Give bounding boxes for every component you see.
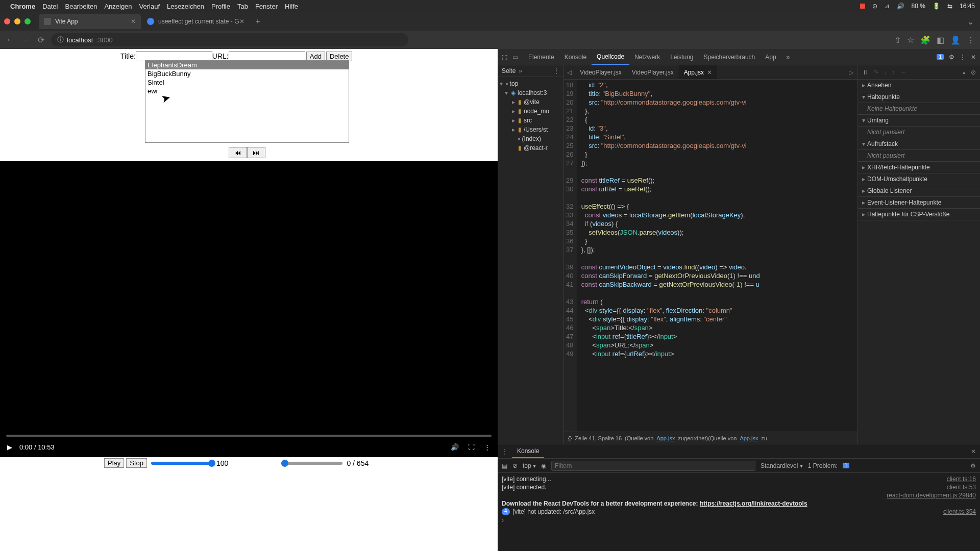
dt-tab-application[interactable]: App — [760, 49, 781, 65]
tab-google-search[interactable]: useeffect get current state - G ✕ — [142, 14, 250, 29]
devtools-close-icon[interactable]: ✕ — [971, 54, 976, 61]
context-selector[interactable]: top ▾ — [523, 462, 536, 469]
page-tab[interactable]: Seite — [502, 67, 516, 74]
source-map-link[interactable]: App.jsx — [656, 435, 675, 441]
dock-menu-icon[interactable]: ⋮ — [960, 54, 966, 61]
add-button[interactable]: Add — [306, 52, 325, 61]
drawer-menu-icon[interactable]: ⋮ — [502, 448, 508, 455]
tree-users[interactable]: ▸▮/Users/st — [498, 125, 564, 134]
window-minimize[interactable] — [14, 18, 20, 24]
step-over-icon[interactable]: ↷ — [873, 69, 878, 76]
site-info-icon[interactable]: ⓘ — [57, 35, 64, 44]
file-tab-active[interactable]: App.jsx✕ — [679, 65, 717, 79]
code-editor[interactable]: 1819202122232425262729303233343536373940… — [564, 80, 857, 432]
callstack-section[interactable]: ▾Aufrufstack — [858, 138, 980, 150]
video-menu-icon[interactable]: ⋮ — [484, 443, 491, 451]
tab-close-icon[interactable]: ✕ — [239, 18, 244, 25]
list-item[interactable]: BigBuckBunny — [145, 69, 349, 78]
video-player[interactable]: ▶ 0:00 / 10:53 🔊 ⛶ ⋮ — [0, 161, 498, 457]
drawer-close-icon[interactable]: ✕ — [971, 448, 976, 455]
status-icon[interactable]: ⊙ — [872, 3, 877, 10]
tree-host[interactable]: ▾◈localhost:3 — [498, 88, 564, 97]
log-source-link[interactable]: client.ts:53 — [947, 484, 976, 491]
share-icon[interactable]: ⇧ — [894, 35, 901, 45]
watch-section[interactable]: ▸Ansehen — [858, 80, 980, 91]
menubar-app[interactable]: Chrome — [10, 3, 35, 10]
wifi-icon[interactable]: ⊿ — [885, 3, 890, 10]
menu-file[interactable]: Datei — [42, 3, 58, 10]
volume-icon[interactable]: 🔊 — [897, 3, 904, 10]
event-section[interactable]: ▸Event-Listener-Haltepunkte — [858, 197, 980, 209]
reload-button[interactable]: ⟳ — [36, 35, 46, 45]
menu-tab[interactable]: Tab — [237, 3, 248, 10]
issues-badge[interactable]: 1 — [937, 54, 944, 60]
tabs-overflow-icon[interactable]: ⌄ — [967, 17, 974, 27]
file-nav-back[interactable]: ◁ — [564, 69, 575, 76]
file-tab[interactable]: VideoPlayer.jsx — [627, 65, 679, 79]
pause-exceptions-icon[interactable]: ⊘ — [971, 69, 976, 76]
breakpoints-section[interactable]: ▾Haltepunkte — [858, 91, 980, 103]
global-section[interactable]: ▸Globale Listener — [858, 185, 980, 197]
play-icon[interactable]: ▶ — [7, 443, 12, 451]
console-tab[interactable]: Konsole — [512, 444, 544, 458]
extensions-icon[interactable]: 🧩 — [920, 35, 930, 45]
problems-badge[interactable]: 1 — [843, 463, 850, 468]
tab-close-icon[interactable]: ✕ — [131, 18, 136, 25]
tree-src[interactable]: ▸▮src — [498, 116, 564, 125]
log-source-link[interactable]: client.ts:354 — [943, 508, 976, 515]
console-output[interactable]: [vite] connecting...client.ts:16 [vite] … — [498, 473, 980, 551]
skip-forward-button[interactable]: ⏭ — [247, 147, 265, 158]
window-maximize[interactable] — [24, 18, 31, 24]
stop-button[interactable]: Stop — [126, 458, 147, 468]
dt-tab-more[interactable]: » — [781, 49, 795, 65]
address-bar[interactable]: ⓘ localhost:3000 — [51, 33, 408, 46]
slider-thumb[interactable] — [281, 460, 288, 467]
seek-slider[interactable] — [281, 462, 342, 465]
list-item[interactable]: Sintel — [145, 78, 349, 87]
profile-icon[interactable]: 👤 — [950, 35, 961, 45]
switch-icon[interactable]: ⇆ — [947, 3, 952, 10]
menu-history[interactable]: Verlauf — [139, 3, 160, 10]
step-out-icon[interactable]: ↑ — [892, 69, 895, 76]
menu-edit[interactable]: Bearbeiten — [65, 3, 97, 10]
file-close-icon[interactable]: ✕ — [707, 69, 712, 76]
tree-index[interactable]: ▫ (Index) — [498, 134, 564, 143]
settings-icon[interactable]: ⚙ — [949, 54, 954, 61]
back-button[interactable]: ← — [5, 35, 15, 44]
scope-section[interactable]: ▾Umfang — [858, 115, 980, 127]
log-level-selector[interactable]: Standardlevel ▾ — [761, 462, 803, 469]
devtools-link[interactable]: https://reactjs.org/link/react-devtools — [700, 500, 807, 507]
dt-tab-elements[interactable]: Elemente — [523, 49, 559, 65]
skip-back-button[interactable]: ⏮ — [229, 147, 247, 158]
volume-icon[interactable]: 🔊 — [451, 443, 459, 451]
menu-profiles[interactable]: Profile — [211, 3, 230, 10]
fullscreen-icon[interactable]: ⛶ — [468, 443, 475, 451]
bookmark-icon[interactable]: ☆ — [907, 35, 914, 45]
window-close[interactable] — [4, 18, 10, 24]
source-map-link[interactable]: App.jsx — [740, 435, 758, 441]
dt-tab-performance[interactable]: Leistung — [665, 49, 698, 65]
run-snippet-icon[interactable]: ▷ — [845, 69, 857, 76]
list-item[interactable]: ElephantsDream — [145, 61, 349, 69]
console-prompt[interactable]: › — [498, 516, 980, 525]
log-source-link[interactable]: react-dom.development.js:29840 — [887, 492, 976, 499]
step-icon[interactable]: → — [900, 69, 906, 76]
menu-window[interactable]: Fenster — [255, 3, 278, 10]
menu-view[interactable]: Anzeigen — [104, 3, 132, 10]
tree-node-modules[interactable]: ▸▮node_mo — [498, 107, 564, 116]
dt-tab-network[interactable]: Netzwerk — [629, 49, 665, 65]
inspect-icon[interactable]: ⬚ — [502, 54, 507, 61]
forward-button[interactable]: → — [20, 35, 31, 44]
battery-icon[interactable]: 🔋 — [933, 3, 940, 10]
dom-section[interactable]: ▸DOM-Umschaltpunkte — [858, 173, 980, 185]
pretty-print-icon[interactable]: {} — [568, 435, 572, 441]
deactivate-bp-icon[interactable]: ⬥ — [962, 69, 966, 76]
volume-slider[interactable] — [151, 462, 212, 465]
delete-button[interactable]: Delete — [326, 52, 353, 61]
dt-tab-sources[interactable]: Quellcode — [592, 49, 629, 65]
device-icon[interactable]: ▭ — [512, 54, 518, 61]
dt-tab-memory[interactable]: Speicherverbrauch — [699, 49, 761, 65]
tab-vite-app[interactable]: Vite App ✕ — [39, 14, 141, 29]
clear-console-icon[interactable]: ⊘ — [512, 462, 518, 469]
sidepanel-icon[interactable]: ◧ — [937, 35, 944, 45]
